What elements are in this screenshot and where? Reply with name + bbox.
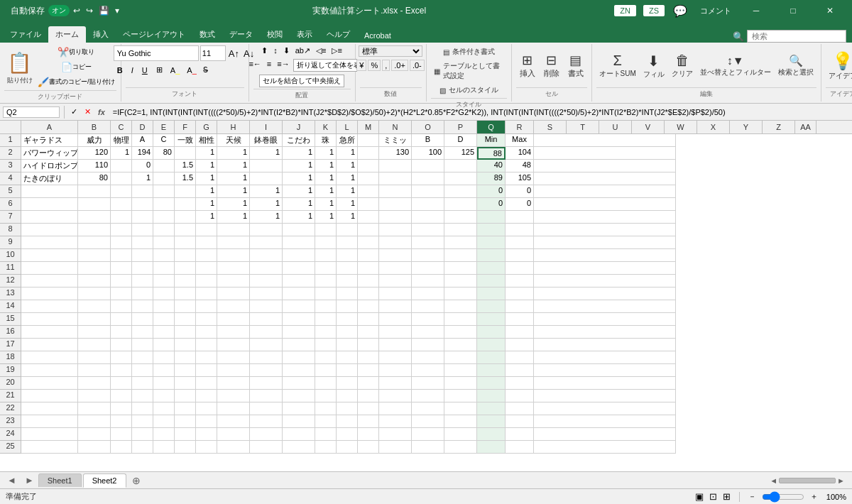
- cell-Q21[interactable]: [477, 390, 506, 402]
- row-num-3[interactable]: 3: [0, 160, 21, 172]
- cell-R7[interactable]: [506, 211, 534, 224]
- indent-increase-button[interactable]: ▷≡: [329, 45, 344, 56]
- cell-R14[interactable]: [506, 300, 534, 313]
- cell-P16[interactable]: [444, 326, 477, 339]
- cell-M19[interactable]: [358, 364, 379, 377]
- cell-B23[interactable]: [78, 415, 111, 428]
- cell-N1[interactable]: ミミッキュ: [379, 134, 412, 147]
- cell-O14[interactable]: [412, 300, 444, 313]
- col-header-U[interactable]: U: [599, 121, 632, 133]
- col-header-A[interactable]: A: [21, 121, 78, 133]
- row-num-18[interactable]: 18: [0, 351, 21, 364]
- cell-D11[interactable]: [132, 262, 153, 275]
- cell-H23[interactable]: [217, 415, 250, 428]
- page-layout-icon[interactable]: ⊡: [709, 491, 717, 502]
- row-num-4[interactable]: 4: [0, 172, 21, 185]
- cell-F2[interactable]: [175, 147, 196, 160]
- cell-N18[interactable]: [379, 351, 412, 364]
- cell-P1[interactable]: D: [444, 134, 477, 147]
- cell-P17[interactable]: [444, 339, 477, 351]
- search-input[interactable]: [747, 30, 846, 43]
- cell-N17[interactable]: [379, 339, 412, 351]
- cell-N21[interactable]: [379, 390, 412, 402]
- cell-B15[interactable]: [78, 313, 111, 326]
- cell-H5[interactable]: 1: [217, 185, 250, 198]
- cell-H4[interactable]: 1: [217, 172, 250, 185]
- col-header-J[interactable]: J: [283, 121, 315, 133]
- cell-R16[interactable]: [506, 326, 534, 339]
- cell-N5[interactable]: [379, 185, 412, 198]
- cell-L11[interactable]: [337, 262, 358, 275]
- cell-H22[interactable]: [217, 402, 250, 415]
- cell-M6[interactable]: [358, 198, 379, 211]
- cell-A16[interactable]: [21, 326, 78, 339]
- col-header-B[interactable]: B: [78, 121, 111, 133]
- cell-N22[interactable]: [379, 402, 412, 415]
- cell-D25[interactable]: [132, 441, 153, 454]
- cell-Q5[interactable]: 0: [477, 185, 506, 198]
- cell-G15[interactable]: [196, 313, 217, 326]
- col-header-M[interactable]: M: [358, 121, 379, 133]
- cell-A6[interactable]: [21, 198, 78, 211]
- cell-Q17[interactable]: [477, 339, 506, 351]
- cell-K10[interactable]: [315, 249, 337, 262]
- cell-B17[interactable]: [78, 339, 111, 351]
- cell-Q19[interactable]: [477, 364, 506, 377]
- cell-F8[interactable]: [175, 224, 196, 236]
- cell-I2[interactable]: 1: [250, 147, 283, 160]
- cell-J24[interactable]: [283, 428, 315, 441]
- cell-I19[interactable]: [250, 364, 283, 377]
- align-top-button[interactable]: ⬆: [259, 45, 270, 56]
- col-header-D[interactable]: D: [132, 121, 153, 133]
- cell-J4[interactable]: 1: [283, 172, 315, 185]
- cell-L17[interactable]: [337, 339, 358, 351]
- cell-N2[interactable]: 130: [379, 147, 412, 160]
- cell-J13[interactable]: [283, 287, 315, 300]
- delete-button[interactable]: ⊟ 削除: [540, 51, 563, 80]
- align-left-button[interactable]: ≡←: [246, 59, 263, 72]
- cell-H20[interactable]: [217, 377, 250, 390]
- cell-P9[interactable]: [444, 236, 477, 249]
- percent-button[interactable]: %: [368, 60, 381, 71]
- cell-I20[interactable]: [250, 377, 283, 390]
- cell-K13[interactable]: [315, 287, 337, 300]
- cell-styles-button[interactable]: ▧セルのスタイル: [437, 84, 501, 97]
- cell-P13[interactable]: [444, 287, 477, 300]
- cell-R5[interactable]: 0: [506, 185, 534, 198]
- cell-F11[interactable]: [175, 262, 196, 275]
- cell-F13[interactable]: [175, 287, 196, 300]
- cell-O22[interactable]: [412, 402, 444, 415]
- cell-E24[interactable]: [153, 428, 175, 441]
- cell-O2[interactable]: 100: [412, 147, 444, 160]
- cell-J16[interactable]: [283, 326, 315, 339]
- cell-R19[interactable]: [506, 364, 534, 377]
- increase-font-icon[interactable]: A↑: [227, 48, 241, 60]
- cell-G17[interactable]: [196, 339, 217, 351]
- col-header-C[interactable]: C: [111, 121, 132, 133]
- cell-E20[interactable]: [153, 377, 175, 390]
- undo-icon[interactable]: ↩: [71, 4, 82, 17]
- cell-L6[interactable]: 1: [337, 198, 358, 211]
- cell-M16[interactable]: [358, 326, 379, 339]
- cell-A25[interactable]: [21, 441, 78, 454]
- cell-C25[interactable]: [111, 441, 132, 454]
- cell-Q24[interactable]: [477, 428, 506, 441]
- redo-icon[interactable]: ↪: [84, 4, 95, 17]
- cell-O5[interactable]: [412, 185, 444, 198]
- cell-N10[interactable]: [379, 249, 412, 262]
- cell-H11[interactable]: [217, 262, 250, 275]
- cell-D19[interactable]: [132, 364, 153, 377]
- row-num-24[interactable]: 24: [0, 428, 21, 441]
- cell-A11[interactable]: [21, 262, 78, 275]
- insert-function-button[interactable]: fx: [96, 108, 107, 116]
- cell-R6[interactable]: 0: [506, 198, 534, 211]
- cell-L18[interactable]: [337, 351, 358, 364]
- cell-G2[interactable]: 1: [196, 147, 217, 160]
- cell-M10[interactable]: [358, 249, 379, 262]
- sort-filter-button[interactable]: ↕▼ 並べ替えとフィルター: [697, 53, 774, 79]
- cell-N3[interactable]: [379, 160, 412, 172]
- cell-Q18[interactable]: [477, 351, 506, 364]
- cell-A9[interactable]: [21, 236, 78, 249]
- cell-Q4[interactable]: 89: [477, 172, 506, 185]
- cell-G25[interactable]: [196, 441, 217, 454]
